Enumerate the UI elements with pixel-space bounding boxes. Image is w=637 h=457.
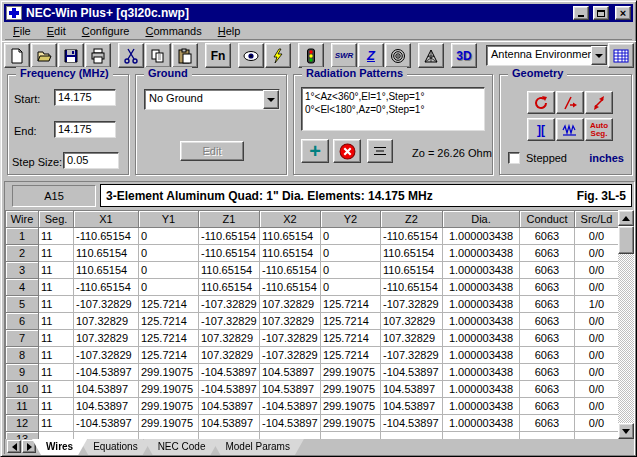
table-cell[interactable]: 0/0	[575, 381, 619, 398]
table-cell[interactable]: 299.19075	[321, 398, 381, 415]
table-cell[interactable]: 299.19075	[321, 415, 381, 432]
table-cell[interactable]: -110.65154	[199, 245, 260, 262]
polar-plot-button[interactable]	[385, 43, 411, 68]
tab-scroll-left-button[interactable]	[7, 440, 21, 453]
minimize-button[interactable]	[573, 6, 589, 20]
table-cell[interactable]: 1.000003438	[443, 228, 520, 245]
table-cell[interactable]: 104.53897	[74, 398, 139, 415]
table-cell[interactable]: 0/0	[575, 228, 619, 245]
auto-seg-button[interactable]: AutoSeg.	[585, 118, 613, 141]
table-cell[interactable]: -107.32829	[74, 347, 139, 364]
table-cell[interactable]: 0/0	[575, 364, 619, 381]
step-size-input[interactable]: 0.05	[63, 152, 119, 169]
table-cell[interactable]: -104.53897	[74, 415, 139, 432]
table-cell[interactable]: 104.53897	[74, 381, 139, 398]
table-cell[interactable]: 299.19075	[139, 364, 199, 381]
table-cell[interactable]: -107.32829	[199, 296, 260, 313]
copy-button[interactable]	[145, 43, 171, 68]
table-cell[interactable]: 0	[139, 245, 199, 262]
save-button[interactable]	[58, 43, 84, 68]
table-cell[interactable]: 0	[139, 228, 199, 245]
scroll-up-button[interactable]	[618, 210, 634, 226]
table-cell[interactable]: 1/0	[575, 296, 619, 313]
table-cell[interactable]: 110.65154	[381, 262, 443, 279]
rotate-button[interactable]	[527, 91, 555, 114]
table-cell[interactable]: 1.000003438	[443, 364, 520, 381]
antenna-view-button[interactable]	[418, 43, 444, 68]
fn-button[interactable]: Fn	[205, 43, 231, 68]
table-cell[interactable]: 6063	[520, 381, 575, 398]
menu-file[interactable]: File	[5, 24, 39, 38]
table-cell[interactable]: -107.32829	[199, 313, 260, 330]
table-cell[interactable]: 0/0	[575, 313, 619, 330]
table-cell[interactable]: 107.32829	[260, 313, 321, 330]
table-cell[interactable]: 110.65154	[74, 245, 139, 262]
table-cell[interactable]: 110.65154	[260, 228, 321, 245]
table-cell[interactable]: -104.53897	[74, 364, 139, 381]
open-button[interactable]	[31, 43, 57, 68]
z-plot-button[interactable]: Z	[358, 43, 384, 68]
status-button[interactable]	[298, 43, 324, 68]
table-cell[interactable]: -107.32829	[381, 347, 443, 364]
stepped-checkbox[interactable]	[508, 152, 520, 164]
table-cell[interactable]: 299.19075	[139, 415, 199, 432]
row-number[interactable]: 8	[6, 347, 39, 364]
table-cell[interactable]: 107.32829	[199, 330, 260, 347]
table-cell[interactable]: 104.53897	[260, 381, 321, 398]
row-number[interactable]: 1	[6, 228, 39, 245]
table-cell[interactable]: -104.53897	[381, 415, 443, 432]
table-cell[interactable]: 1.000003438	[443, 245, 520, 262]
table-cell[interactable]: 0	[321, 262, 381, 279]
row-number[interactable]: 12	[6, 415, 39, 432]
antenna-environment-combo[interactable]: Antenna Environment	[486, 45, 608, 66]
row-number[interactable]: 3	[6, 262, 39, 279]
column-header[interactable]: Z2	[381, 211, 443, 228]
table-cell[interactable]: 1.000003438	[443, 398, 520, 415]
table-cell[interactable]: 11	[39, 415, 74, 432]
table-cell[interactable]: 0/0	[575, 347, 619, 364]
swr-button[interactable]: SWR	[331, 43, 357, 68]
table-cell[interactable]: 0	[321, 228, 381, 245]
tab-nec-code[interactable]: NEC Code	[144, 439, 220, 455]
table-cell[interactable]: -107.32829	[74, 296, 139, 313]
tab-model-params[interactable]: Model Params	[211, 439, 303, 455]
table-cell[interactable]: -110.65154	[260, 262, 321, 279]
menu-help[interactable]: Help	[210, 24, 249, 38]
table-cell[interactable]: -104.53897	[199, 364, 260, 381]
table-cell[interactable]: -110.65154	[199, 228, 260, 245]
table-cell[interactable]: -104.53897	[260, 398, 321, 415]
column-header[interactable]: Dia.	[443, 211, 520, 228]
row-number[interactable]: 7	[6, 330, 39, 347]
table-cell[interactable]: -104.53897	[381, 364, 443, 381]
table-cell[interactable]: 11	[39, 330, 74, 347]
column-header[interactable]: X2	[260, 211, 321, 228]
new-button[interactable]	[4, 43, 30, 68]
table-cell[interactable]: 0/0	[575, 415, 619, 432]
table-cell[interactable]: 6063	[520, 398, 575, 415]
end-input[interactable]: 14.175	[54, 121, 116, 138]
column-header[interactable]: Wire	[6, 211, 39, 228]
table-cell[interactable]: 104.53897	[381, 381, 443, 398]
table-cell[interactable]: 104.53897	[199, 398, 260, 415]
pattern-item[interactable]: 1°<Az<360°,El=1°,Step=1°	[305, 90, 481, 103]
table-cell[interactable]: 1.000003438	[443, 313, 520, 330]
paste-button[interactable]	[172, 43, 198, 68]
table-cell[interactable]: 6063	[520, 364, 575, 381]
table-cell[interactable]: 6063	[520, 313, 575, 330]
table-cell[interactable]: 0/0	[575, 279, 619, 296]
table-cell[interactable]: -110.65154	[74, 279, 139, 296]
row-number[interactable]: 6	[6, 313, 39, 330]
table-cell[interactable]: 11	[39, 279, 74, 296]
combo-dropdown-button[interactable]	[591, 46, 607, 65]
add-pattern-button[interactable]: +	[301, 139, 329, 163]
spreadsheet-button[interactable]	[608, 43, 634, 68]
column-header[interactable]: Y1	[139, 211, 199, 228]
column-header[interactable]: Y2	[321, 211, 381, 228]
table-cell[interactable]: 11	[39, 398, 74, 415]
table-cell[interactable]: 125.7214	[321, 347, 381, 364]
table-cell[interactable]: 0	[139, 262, 199, 279]
table-cell[interactable]: 110.65154	[199, 279, 260, 296]
vertical-scrollbar[interactable]	[618, 210, 634, 439]
table-cell[interactable]: -104.53897	[199, 381, 260, 398]
pattern-item[interactable]: 0°<El<180°,Az=0°,Step=1°	[305, 103, 481, 116]
